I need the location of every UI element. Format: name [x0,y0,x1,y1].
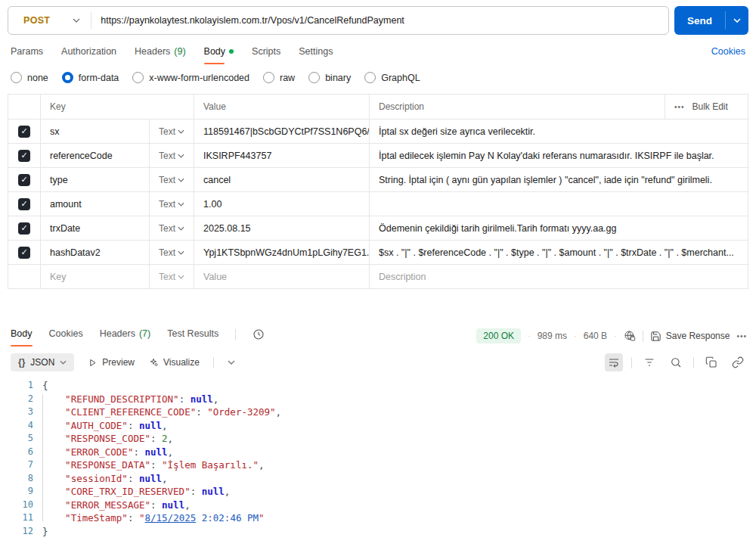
response-tab-test-results[interactable]: Test Results [167,328,218,346]
key-cell[interactable]: sx [40,120,149,143]
response-tab-headers[interactable]: Headers(7) [100,328,151,346]
history-icon[interactable] [253,328,265,340]
code-text: "ERROR_MESSAGE": null, [33,499,191,512]
dot-separator-icon: · [528,331,531,340]
indent-guide [42,394,43,521]
body-mode-x-www-form-urlencoded[interactable]: x-www-form-urlencoded [132,72,249,83]
network-info-icon[interactable] [624,330,636,342]
value-cell[interactable]: Ypj1KTSbpnWGz4dnUm1pLGihy7EG1... [194,241,369,264]
code-text: "REFUND_DESCRIPTION": null, [33,393,218,406]
row-checkbox[interactable]: ✓ [18,174,30,186]
value-cell[interactable]: IKSIRPF443757 [194,144,369,167]
url-input[interactable] [91,15,668,26]
body-mode-form-data[interactable]: form-data [62,72,119,83]
code-line: 11 "TimeStamp": "8/15/2025 2:02:46 PM" [0,511,756,525]
sparkle-icon [148,357,159,368]
tab-body[interactable]: Body [204,46,234,64]
key-cell[interactable]: hashDatav2 [40,241,149,264]
row-checkbox[interactable]: ✓ [18,198,30,210]
chevron-down-icon [178,275,184,279]
line-number: 3 [0,406,33,419]
chevron-down-icon[interactable] [228,360,235,365]
tab-label: Settings [299,46,333,57]
key-cell[interactable]: type [40,168,149,191]
code-line: 12} [0,525,756,539]
code-text: "sessionId": null, [33,472,168,486]
search-icon[interactable] [667,353,685,371]
body-mode-binary[interactable]: binary [308,72,351,83]
divider [235,329,236,340]
tab-settings[interactable]: Settings [299,46,333,64]
table-row: ✓hashDatav2TextYpj1KTSbpnWGz4dnUm1pLGihy… [8,240,748,264]
tab-authorization[interactable]: Authorization [61,46,116,64]
chevron-down-icon[interactable] [726,18,748,23]
type-select[interactable]: Text [149,265,194,288]
response-tab-body[interactable]: Body [11,328,33,346]
line-number: 5 [0,432,33,446]
description-cell[interactable]: İptal sx değeri size ayrıca verilecektir… [369,120,748,143]
visualize-button[interactable]: Visualize [148,357,200,368]
code-text: "ERROR_CODE": null, [33,446,173,459]
key-cell[interactable]: referenceCode [40,144,149,167]
line-number: 9 [0,485,33,499]
divider [631,357,632,368]
table-row: ✓sxText118591467|bScbGDYCtPf7SS1N6PQ6/..… [8,119,748,143]
body-mode-none[interactable]: none [11,72,48,83]
send-button[interactable]: Send [674,6,748,35]
row-checkbox[interactable]: ✓ [18,126,30,138]
chevron-down-icon [178,178,184,182]
tab-scripts[interactable]: Scripts [252,46,280,64]
copy-icon[interactable] [702,353,720,371]
value-cell[interactable]: 118591467|bScbGDYCtPf7SS1N6PQ6/... [194,120,369,143]
tab-params[interactable]: Params [11,46,43,64]
description-cell[interactable]: String. İptal için ( aynı gün yapılan iş… [369,168,748,191]
value-cell[interactable]: 1.00 [194,192,369,216]
type-select[interactable]: Text [149,241,194,264]
cookies-link[interactable]: Cookies [711,46,745,57]
wrap-text-icon[interactable] [605,353,623,371]
type-select[interactable]: Text [149,120,194,143]
response-tab-cookies[interactable]: Cookies [49,328,83,346]
divider [693,357,694,368]
tab-headers[interactable]: Headers(9) [135,46,186,64]
description-cell[interactable]: Description [369,265,748,288]
body-mode-raw[interactable]: raw [263,72,295,83]
response-body-viewer[interactable]: 1{2 "REFUND_DESCRIPTION": null,3 "CLIENT… [0,379,756,541]
toolbar-left: {} JSON Preview Visualize [11,353,235,371]
row-checkbox[interactable]: ✓ [18,150,30,162]
link-icon[interactable] [729,353,747,371]
type-select[interactable]: Text [149,144,194,167]
key-cell[interactable]: Key [40,265,149,288]
line-number: 6 [0,446,33,459]
type-select[interactable]: Text [149,192,194,216]
description-cell[interactable]: İptal edilecek işlemin Pay N Kolay'daki … [369,144,748,167]
save-response-label: Save Response [666,331,730,341]
tab-label: Body [204,46,226,57]
row-checkbox[interactable]: ✓ [18,247,30,259]
type-select[interactable]: Text [149,168,194,191]
response-meta: 200 OK · 989 ms · 640 B · Save Response … [476,328,747,343]
save-response-button[interactable]: Save Response [650,331,730,342]
type-label: Text [159,272,175,282]
value-cell[interactable]: cancel [194,168,369,191]
description-cell[interactable]: Ödemenin çekildiği tarih girilmeli.Tarih… [369,216,748,240]
filter-icon[interactable] [640,353,658,371]
key-cell[interactable]: trxDate [40,216,149,240]
format-selector[interactable]: {} JSON [11,353,74,371]
row-checkbox[interactable]: ✓ [18,222,30,235]
value-cell[interactable]: Value [194,265,369,288]
type-select[interactable]: Text [149,216,194,240]
value-cell[interactable]: 2025.08.15 [194,216,369,240]
chevron-down-icon [60,360,67,365]
preview-button[interactable]: Preview [88,357,135,368]
description-cell[interactable] [369,192,748,216]
chevron-down-icon [178,129,184,134]
key-cell[interactable]: amount [40,192,149,216]
tab-label: Params [11,46,43,57]
body-mode-graphql[interactable]: GraphQL [364,72,420,83]
method-selector[interactable]: POST [8,15,91,26]
more-actions-icon[interactable]: ••• [736,332,747,340]
description-cell[interactable]: $sx . "|" . $referenceCode . "|" . $type… [369,241,748,264]
checkbox-cell: ✓ [8,241,40,264]
bulk-edit-button[interactable]: ••• Bulk Edit [665,95,748,119]
